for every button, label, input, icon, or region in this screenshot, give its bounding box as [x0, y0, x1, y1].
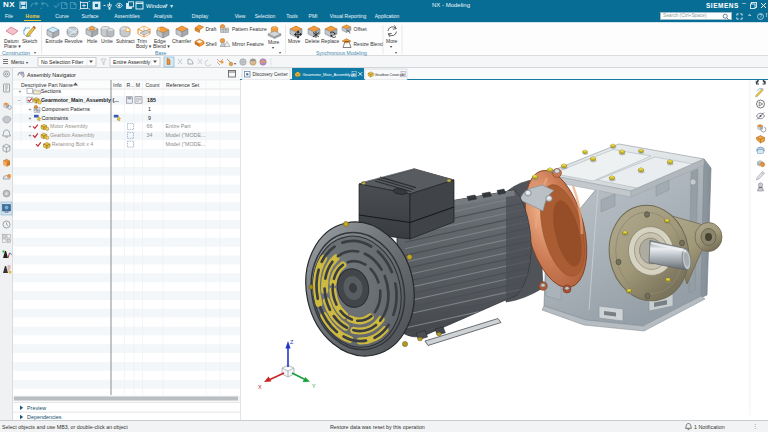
svg-text:185: 185	[147, 97, 156, 103]
svg-text:Count: Count	[146, 82, 160, 88]
svg-text:Model ("MODE...: Model ("MODE...	[166, 132, 206, 138]
svg-text:Shell: Shell	[206, 41, 217, 47]
svg-text:D: D	[353, 72, 356, 77]
svg-text:66: 66	[147, 123, 153, 129]
svg-text:+: +	[29, 116, 32, 121]
svg-text:Z: Z	[290, 339, 294, 345]
svg-text:Body ▾: Body ▾	[136, 43, 152, 49]
svg-text:9: 9	[148, 115, 151, 121]
svg-text:+: +	[29, 107, 32, 112]
svg-text:Hole: Hole	[87, 38, 98, 44]
svg-text:Delete: Delete	[305, 38, 320, 44]
svg-text:Entire Assembly: Entire Assembly	[113, 59, 151, 65]
svg-text:1: 1	[148, 106, 151, 112]
svg-text:Preview: Preview	[27, 405, 46, 411]
svg-text:D: D	[402, 72, 405, 77]
svg-text:Discovery Center: Discovery Center	[253, 72, 289, 77]
svg-text:Info: Info	[113, 82, 122, 88]
svg-text:▾: ▾	[395, 50, 397, 55]
svg-text:▾: ▾	[34, 50, 36, 55]
svg-text:+: +	[19, 89, 22, 94]
svg-text:No Selection Filter: No Selection Filter	[41, 59, 84, 65]
svg-text:R...: R...	[127, 82, 135, 88]
svg-text:Synchronous Modeling: Synchronous Modeling	[316, 50, 367, 56]
svg-text:Component Patterns: Component Patterns	[41, 106, 90, 112]
svg-text:+: +	[29, 133, 32, 138]
svg-text:Resize Blend: Resize Blend	[354, 41, 384, 47]
svg-text:Gearbox Cover.prt: Gearbox Cover.prt	[375, 73, 406, 77]
svg-text:Move: Move	[288, 38, 300, 44]
svg-text:▾: ▾	[26, 60, 28, 65]
svg-text:Revolve: Revolve	[65, 38, 83, 44]
svg-text:Pattern Feature: Pattern Feature	[232, 26, 267, 32]
svg-text:Descriptive Part Name: Descriptive Part Name	[21, 82, 73, 88]
svg-text:▾: ▾	[234, 61, 236, 66]
svg-text:Gearbox Assembly: Gearbox Assembly	[50, 132, 95, 138]
svg-text:Model ("MODE...: Model ("MODE...	[166, 141, 206, 147]
svg-text:Replace: Replace	[321, 38, 340, 44]
svg-text:Constraints: Constraints	[41, 115, 68, 121]
svg-text:Base: Base	[155, 50, 167, 56]
svg-text:M: M	[136, 82, 140, 88]
svg-text:Chamfer: Chamfer	[172, 38, 192, 44]
svg-text:Draft: Draft	[206, 26, 217, 32]
svg-text:Plane ▾: Plane ▾	[4, 43, 21, 49]
svg-text:Unite: Unite	[101, 38, 113, 44]
svg-text:▾: ▾	[272, 45, 274, 50]
svg-text:Reference Set: Reference Set	[166, 82, 200, 88]
svg-text:34: 34	[147, 132, 153, 138]
svg-text:Menu: Menu	[11, 59, 24, 65]
svg-text:Sketch: Sketch	[22, 38, 38, 44]
svg-text:Motor Assembly: Motor Assembly	[50, 123, 88, 129]
svg-text:Assembly Navigator: Assembly Navigator	[27, 72, 76, 78]
svg-text:Retaining Bolt x 4: Retaining Bolt x 4	[52, 141, 94, 147]
svg-text:?: ?	[759, 14, 762, 19]
svg-text:Gearmotor_Main_Assembly.prt: Gearmotor_Main_Assembly.prt	[303, 72, 357, 77]
svg-text:Extrude: Extrude	[46, 38, 63, 44]
svg-text:+: +	[29, 124, 32, 129]
svg-text:▾: ▾	[279, 50, 281, 55]
svg-text:Y: Y	[312, 383, 316, 389]
svg-text:−: −	[18, 98, 21, 103]
svg-text:▾: ▾	[390, 44, 392, 49]
svg-text:Gearmotor_Main_Assembly (...: Gearmotor_Main_Assembly (...	[41, 97, 119, 103]
svg-text:Blend ▾: Blend ▾	[153, 43, 170, 49]
svg-text:Entire Part: Entire Part	[166, 123, 192, 129]
svg-text:Mirror Feature: Mirror Feature	[232, 41, 264, 47]
svg-text:Window: Window	[146, 3, 167, 9]
svg-text:Construction: Construction	[2, 50, 30, 56]
svg-text:Offset: Offset	[354, 26, 368, 32]
svg-text:X: X	[258, 384, 262, 390]
svg-text:Sections: Sections	[41, 88, 62, 94]
svg-text:Subtract: Subtract	[116, 38, 135, 44]
